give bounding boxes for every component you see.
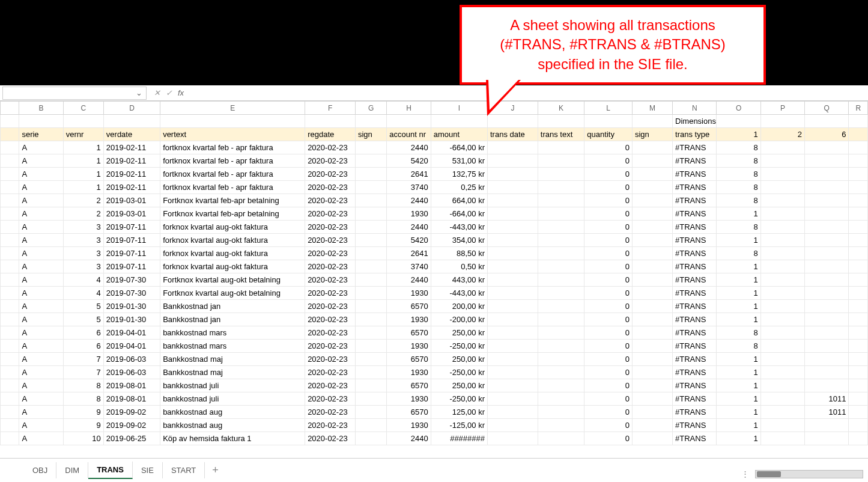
dim-header-cell[interactable]: 2 <box>760 128 804 141</box>
cell[interactable]: 2020-02-23 <box>305 419 356 432</box>
table-row[interactable]: A62019-04-01bankkostnad mars2020-02-2365… <box>1 326 868 340</box>
cell[interactable] <box>760 313 804 326</box>
cell[interactable]: fortknox kvartal feb - apr faktura <box>160 141 305 154</box>
sheet-tab-trans[interactable]: TRANS <box>88 462 133 479</box>
cell[interactable] <box>538 419 584 432</box>
cell[interactable]: -200,00 kr <box>431 313 487 326</box>
cell[interactable] <box>760 194 804 207</box>
cell[interactable]: Fortknox kvartal aug-okt betalning <box>160 273 305 287</box>
cell[interactable]: #TRANS <box>673 273 717 287</box>
table-row[interactable]: A72019-06-03Bankkostnad maj2020-02-23193… <box>1 366 868 379</box>
cell[interactable] <box>849 207 868 221</box>
table-row[interactable]: A32019-07-11forknox kvartal aug-okt fakt… <box>1 247 868 260</box>
cell[interactable]: #TRANS <box>673 234 717 247</box>
cell[interactable] <box>488 419 538 432</box>
cell[interactable] <box>760 432 804 445</box>
cell[interactable]: 2020-02-23 <box>305 340 356 353</box>
sheet-tab-sie[interactable]: SIE <box>133 462 163 478</box>
cell[interactable]: Bankkostnad maj <box>160 353 305 366</box>
table-row[interactable]: A12019-02-11fortknox kvartal feb - apr f… <box>1 181 868 194</box>
cell[interactable] <box>538 141 584 154</box>
cell[interactable]: 1 <box>717 287 760 300</box>
cell[interactable]: 2019-07-11 <box>103 247 160 260</box>
cell[interactable]: 0 <box>584 366 633 379</box>
cell[interactable] <box>805 207 849 221</box>
cell[interactable]: -250,00 kr <box>431 366 487 379</box>
cell[interactable] <box>355 353 386 366</box>
cell[interactable] <box>355 326 386 340</box>
column-header[interactable]: E <box>160 102 305 115</box>
cell[interactable] <box>849 406 868 419</box>
cell[interactable] <box>355 168 386 181</box>
cell[interactable]: 2019-06-03 <box>103 353 160 366</box>
cell[interactable] <box>355 260 386 273</box>
cell[interactable] <box>805 313 849 326</box>
cell[interactable] <box>760 419 804 432</box>
cell[interactable]: 5420 <box>387 234 431 247</box>
column-header[interactable]: L <box>584 102 633 115</box>
cell[interactable]: 1 <box>63 141 103 154</box>
cell[interactable]: 6 <box>63 340 103 353</box>
cell[interactable]: bankkostnad juli <box>160 379 305 392</box>
cell[interactable]: 2020-02-23 <box>305 234 356 247</box>
cell[interactable] <box>355 207 386 221</box>
cell[interactable]: 6 <box>63 326 103 340</box>
cell[interactable] <box>632 379 672 392</box>
cell[interactable]: 1 <box>717 273 760 287</box>
table-row[interactable]: A42019-07-30Fortknox kvartal aug-okt bet… <box>1 287 868 300</box>
cell[interactable] <box>355 154 386 168</box>
cell[interactable] <box>760 181 804 194</box>
cell[interactable]: 6570 <box>387 353 431 366</box>
cell[interactable] <box>849 326 868 340</box>
cell[interactable] <box>849 313 868 326</box>
cell[interactable] <box>355 432 386 445</box>
cell[interactable] <box>760 406 804 419</box>
table-row[interactable]: A102019-06-25Köp av hemsida faktura 1202… <box>1 432 868 445</box>
chevron-down-icon[interactable]: ⌄ <box>136 88 142 97</box>
cell[interactable] <box>632 406 672 419</box>
table-row[interactable]: A12019-02-11fortknox kvartal feb - apr f… <box>1 141 868 154</box>
cell[interactable]: 8 <box>717 247 760 260</box>
cell[interactable]: 8 <box>717 181 760 194</box>
cell[interactable] <box>805 247 849 260</box>
cell[interactable] <box>805 353 849 366</box>
cell[interactable] <box>538 194 584 207</box>
cell[interactable] <box>632 300 672 313</box>
table-header-cell[interactable]: regdate <box>305 128 356 141</box>
cell[interactable] <box>632 273 672 287</box>
cell[interactable] <box>632 168 672 181</box>
cell[interactable] <box>355 392 386 406</box>
cell[interactable] <box>849 247 868 260</box>
cell[interactable]: 2020-02-23 <box>305 300 356 313</box>
cell[interactable]: forknox kvartal aug-okt faktura <box>160 260 305 273</box>
cell[interactable]: 8 <box>717 154 760 168</box>
cell[interactable] <box>538 313 584 326</box>
cell[interactable] <box>632 432 672 445</box>
cell[interactable] <box>355 313 386 326</box>
cell[interactable] <box>538 168 584 181</box>
cell[interactable]: A <box>19 207 63 221</box>
cell[interactable]: -443,00 kr <box>431 221 487 234</box>
cell[interactable] <box>488 247 538 260</box>
cell[interactable]: 2019-04-01 <box>103 340 160 353</box>
table-header-cell[interactable]: verdate <box>103 128 160 141</box>
cell[interactable]: #TRANS <box>673 406 717 419</box>
table-header-cell[interactable]: sign <box>355 128 386 141</box>
cell[interactable]: 3 <box>63 234 103 247</box>
cell[interactable]: #TRANS <box>673 141 717 154</box>
cell[interactable] <box>805 287 849 300</box>
cell[interactable] <box>355 273 386 287</box>
cell[interactable]: 1011 <box>805 392 849 406</box>
cell[interactable]: 7 <box>63 353 103 366</box>
cell[interactable] <box>355 340 386 353</box>
cell[interactable]: 0 <box>584 234 633 247</box>
cell[interactable]: 2019-07-30 <box>103 287 160 300</box>
column-header[interactable]: B <box>19 102 63 115</box>
cell[interactable]: 6570 <box>387 406 431 419</box>
cell[interactable] <box>760 247 804 260</box>
cell[interactable]: 2019-03-01 <box>103 194 160 207</box>
cell[interactable] <box>849 168 868 181</box>
cell[interactable]: 0 <box>584 221 633 234</box>
cell[interactable]: 2019-08-01 <box>103 379 160 392</box>
cell[interactable]: 2020-02-23 <box>305 168 356 181</box>
